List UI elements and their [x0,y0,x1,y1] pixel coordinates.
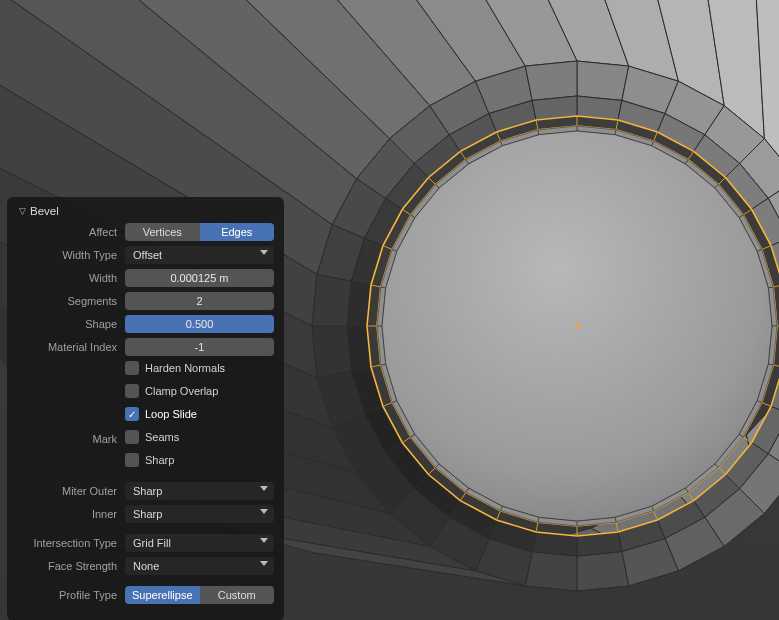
svg-line-22 [383,403,392,407]
profile-type-label: Profile Type [17,589,125,601]
chevron-down-icon [260,561,268,566]
mark-label: Mark [17,433,125,445]
svg-line-30 [497,132,501,141]
mark-sharp-checkbox[interactable] [125,453,139,467]
svg-line-7 [773,285,779,287]
harden-normals-checkbox[interactable] [125,361,139,375]
material-index-label: Material Index [17,341,125,353]
profile-superellipse[interactable]: Superellipse [125,586,200,604]
svg-line-20 [429,467,436,474]
affect-toggle: Vertices Edges [125,223,274,241]
intersection-type-dropdown[interactable]: Grid Fill [125,534,274,552]
intersection-type-label: Intersection Type [17,537,125,549]
clamp-overlap-checkbox[interactable] [125,384,139,398]
svg-line-5 [743,209,751,215]
svg-line-9 [773,365,779,367]
width-type-dropdown[interactable]: Offset [125,246,274,264]
panel-title: Bevel [30,205,59,217]
svg-line-26 [383,246,392,250]
svg-line-17 [536,522,538,532]
mark-seams-label: Seams [145,431,179,443]
svg-line-10 [762,403,771,407]
miter-inner-value: Sharp [133,508,162,520]
shape-label: Shape [17,318,125,330]
width-type-label: Width Type [17,249,125,261]
miter-outer-label: Miter Outer [17,485,125,497]
segments-label: Segments [17,295,125,307]
svg-line-3 [688,151,694,159]
svg-line-4 [718,178,725,185]
svg-line-27 [402,209,410,215]
clamp-overlap-label: Clamp Overlap [145,385,218,397]
face-strength-value: None [133,560,159,572]
panel-header[interactable]: ▽ Bevel [17,203,274,223]
mark-seams-checkbox[interactable] [125,430,139,444]
mark-sharp-label: Sharp [145,454,174,466]
svg-line-31 [536,120,538,130]
chevron-down-icon [260,509,268,514]
svg-line-28 [429,178,436,185]
loop-slide-checkbox[interactable]: ✓ [125,407,139,421]
profile-custom[interactable]: Custom [200,586,275,604]
svg-line-25 [371,285,381,287]
svg-line-23 [371,365,381,367]
affect-edges[interactable]: Edges [200,223,275,241]
width-label: Width [17,272,125,284]
chevron-down-icon [260,486,268,491]
width-field[interactable]: 0.000125 m [125,269,274,287]
svg-line-6 [762,246,771,250]
svg-line-19 [460,492,466,500]
shape-slider[interactable]: 0.500 [125,315,274,333]
intersection-type-value: Grid Fill [133,537,171,549]
segments-field[interactable]: 2 [125,292,274,310]
miter-outer-value: Sharp [133,485,162,497]
miter-outer-dropdown[interactable]: Sharp [125,482,274,500]
svg-line-2 [654,132,658,141]
chevron-down-icon [260,250,268,255]
svg-line-1 [616,120,618,130]
material-index-field[interactable]: -1 [125,338,274,356]
width-type-value: Offset [133,249,162,261]
miter-inner-dropdown[interactable]: Sharp [125,505,274,523]
disclosure-icon: ▽ [19,206,26,216]
affect-vertices[interactable]: Vertices [125,223,200,241]
svg-line-29 [460,151,466,159]
profile-type-toggle: Superellipse Custom [125,586,274,604]
loop-slide-label: Loop Slide [145,408,197,420]
harden-normals-label: Harden Normals [145,362,225,374]
affect-label: Affect [17,226,125,238]
chevron-down-icon [260,538,268,543]
face-strength-label: Face Strength [17,560,125,572]
bevel-panel: ▽ Bevel Affect Vertices Edges Width Type… [7,197,284,620]
shape-value: 0.500 [186,318,214,330]
origin-dot [575,324,579,328]
svg-line-21 [402,437,410,443]
svg-line-18 [497,511,501,520]
face-strength-dropdown[interactable]: None [125,557,274,575]
miter-inner-label: Inner [17,508,125,520]
